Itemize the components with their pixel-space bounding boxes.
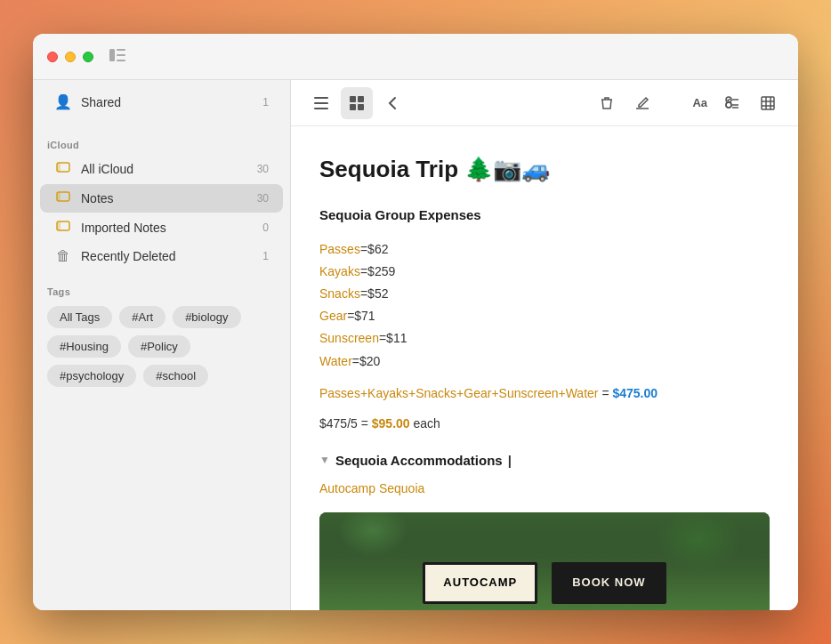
svg-rect-13 bbox=[350, 96, 356, 102]
sidebar: 👤 Shared 1 iCloud All iCloud 30 bbox=[33, 80, 291, 610]
sidebar-item-recently-deleted[interactable]: 🗑 Recently Deleted 1 bbox=[40, 243, 283, 270]
delete-button[interactable] bbox=[591, 87, 623, 119]
section-toggle-icon[interactable]: ▼ bbox=[319, 452, 330, 469]
icloud-header: iCloud bbox=[33, 131, 290, 154]
tag-art[interactable]: #Art bbox=[119, 306, 165, 328]
imported-notes-count: 0 bbox=[262, 221, 269, 234]
recently-deleted-label: Recently Deleted bbox=[81, 249, 254, 263]
compose-button[interactable] bbox=[626, 87, 658, 119]
book-now-button[interactable]: BOOK NOW bbox=[552, 562, 666, 604]
imported-notes-label: Imported Notes bbox=[81, 221, 254, 235]
svg-rect-9 bbox=[57, 221, 61, 230]
svg-rect-11 bbox=[314, 102, 328, 104]
tags-header: Tags bbox=[47, 286, 276, 297]
expense-snacks: Snacks=$52 bbox=[319, 283, 770, 305]
svg-rect-2 bbox=[117, 54, 125, 56]
notes-count: 30 bbox=[257, 192, 269, 205]
autocamp-button[interactable]: AUTOCAMP bbox=[423, 562, 537, 604]
note-panel: Aa bbox=[291, 80, 798, 610]
expense-passes: Passes=$62 bbox=[319, 238, 770, 261]
grid-view-button[interactable] bbox=[341, 87, 373, 119]
note-title: Sequoia Trip 🌲📷🚙 bbox=[319, 151, 770, 189]
svg-rect-16 bbox=[358, 104, 364, 110]
shared-icon: 👤 bbox=[54, 93, 72, 110]
all-icloud-count: 30 bbox=[257, 163, 269, 175]
notes-label: Notes bbox=[81, 191, 248, 205]
font-label: Aa bbox=[692, 96, 707, 109]
note-content: Sequoia Trip 🌲📷🚙 Sequoia Group Expenses … bbox=[291, 126, 798, 610]
toolbar-right: Aa bbox=[591, 87, 784, 119]
icloud-section: iCloud All iCloud 30 bbox=[33, 124, 290, 278]
autocamp-image: AUTOCAMP BOOK NOW bbox=[319, 512, 770, 610]
back-button[interactable] bbox=[376, 87, 408, 119]
tag-housing[interactable]: #Housing bbox=[47, 335, 121, 358]
minimize-button[interactable] bbox=[65, 52, 76, 62]
tag-all-tags[interactable]: All Tags bbox=[47, 306, 112, 328]
tags-grid: All Tags #Art #biology #Housing #Policy … bbox=[47, 306, 276, 387]
table-button[interactable] bbox=[752, 87, 784, 119]
autocamp-link[interactable]: Autocamp Sequoia bbox=[319, 479, 770, 498]
sidebar-toggle-button[interactable] bbox=[109, 47, 125, 66]
titlebar bbox=[33, 34, 798, 80]
sidebar-item-notes[interactable]: Notes 30 bbox=[40, 184, 283, 213]
tags-section: Tags All Tags #Art #biology #Housing #Po… bbox=[33, 278, 290, 396]
sidebar-item-all-icloud[interactable]: All iCloud 30 bbox=[40, 155, 283, 183]
expense-gear: Gear=$71 bbox=[319, 305, 770, 327]
svg-rect-0 bbox=[109, 49, 115, 61]
svg-rect-10 bbox=[314, 97, 328, 99]
close-button[interactable] bbox=[47, 52, 58, 62]
svg-point-19 bbox=[726, 102, 731, 108]
expenses-list: Passes=$62 Kayaks=$259 Snacks=$52 Gear=$… bbox=[319, 238, 770, 373]
font-button[interactable]: Aa bbox=[687, 87, 713, 119]
recently-deleted-count: 1 bbox=[262, 250, 269, 262]
all-icloud-icon bbox=[54, 160, 72, 178]
expense-water: Water=$20 bbox=[319, 350, 770, 373]
tag-biology[interactable]: #biology bbox=[173, 306, 240, 328]
accommodations-header: ▼ Sequoia Accommodations | bbox=[319, 450, 770, 471]
tag-school[interactable]: #school bbox=[143, 365, 208, 387]
sidebar-item-imported-notes[interactable]: Imported Notes 0 bbox=[40, 213, 283, 242]
shared-section: 👤 Shared 1 bbox=[33, 80, 290, 124]
svg-rect-14 bbox=[358, 96, 364, 102]
checklist-button[interactable] bbox=[716, 87, 748, 119]
svg-rect-5 bbox=[57, 163, 61, 172]
svg-rect-15 bbox=[350, 104, 356, 110]
note-toolbar: Aa bbox=[291, 80, 798, 126]
note-subtitle: Sequoia Group Expenses bbox=[319, 205, 770, 226]
list-view-button[interactable] bbox=[305, 87, 337, 119]
tag-psychology[interactable]: #psychology bbox=[47, 365, 136, 387]
shared-label: Shared bbox=[81, 95, 254, 109]
expense-sunscreen: Sunscreen=$11 bbox=[319, 327, 770, 350]
svg-rect-1 bbox=[117, 49, 125, 51]
main-layout: 👤 Shared 1 iCloud All iCloud 30 bbox=[33, 80, 798, 610]
maximize-button[interactable] bbox=[83, 52, 93, 62]
svg-rect-23 bbox=[762, 97, 774, 109]
imported-notes-icon bbox=[54, 219, 72, 237]
svg-rect-3 bbox=[117, 60, 125, 61]
app-window: 👤 Shared 1 iCloud All iCloud 30 bbox=[33, 34, 798, 610]
accommodations-title: Sequoia Accommodations bbox=[335, 450, 503, 471]
svg-rect-12 bbox=[314, 108, 328, 109]
per-person-line: $475/5 = $95.00 each bbox=[319, 414, 770, 433]
tag-policy[interactable]: #Policy bbox=[128, 335, 190, 358]
sidebar-item-shared[interactable]: 👤 Shared 1 bbox=[40, 88, 283, 116]
total-line: Passes+Kayaks+Snacks+Gear+Sunscreen+Wate… bbox=[319, 383, 770, 403]
expense-kayaks: Kayaks=$259 bbox=[319, 261, 770, 283]
image-buttons-container: AUTOCAMP BOOK NOW bbox=[423, 562, 666, 604]
all-icloud-label: All iCloud bbox=[81, 162, 248, 176]
recently-deleted-icon: 🗑 bbox=[54, 248, 72, 264]
shared-count: 1 bbox=[262, 96, 269, 109]
svg-rect-7 bbox=[57, 192, 61, 201]
notes-icon bbox=[54, 189, 72, 207]
